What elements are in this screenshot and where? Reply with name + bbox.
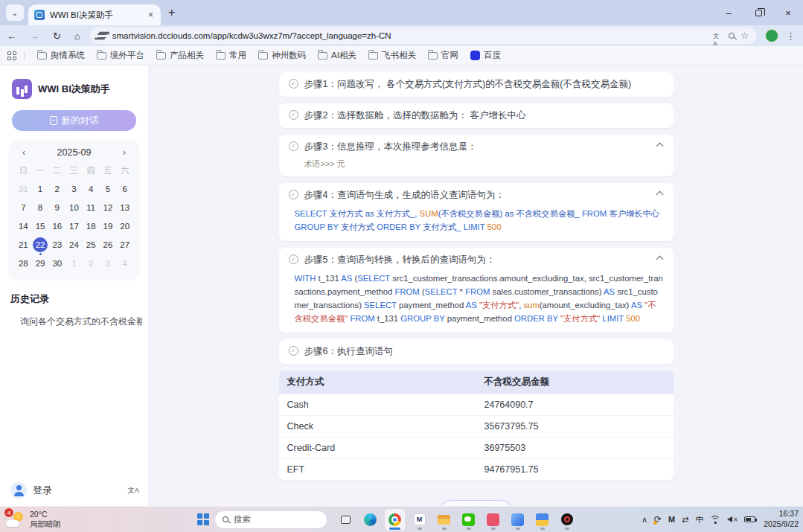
calendar-day[interactable]: 4 bbox=[83, 181, 100, 197]
calendar-day[interactable]: 19 bbox=[100, 218, 117, 234]
wifi-icon[interactable] bbox=[710, 516, 720, 524]
tray-expand-icon[interactable]: ∧ bbox=[642, 515, 647, 525]
bookmark-item[interactable]: 飞书相关 bbox=[363, 48, 421, 63]
collapse-chevron-icon[interactable] bbox=[656, 142, 663, 150]
calendar-day[interactable]: 25 bbox=[83, 237, 100, 253]
profile-avatar[interactable] bbox=[765, 29, 778, 42]
calendar-day[interactable]: 21 bbox=[15, 237, 32, 253]
bookmark-item[interactable]: 官网 bbox=[423, 48, 464, 63]
language-icon[interactable]: 文A bbox=[127, 486, 139, 496]
calendar-day[interactable]: 31 bbox=[15, 181, 32, 197]
calendar-day[interactable]: 7 bbox=[15, 199, 32, 216]
calendar-day[interactable]: 23 bbox=[48, 237, 65, 253]
calendar-day[interactable]: 4 bbox=[116, 255, 133, 272]
back-icon[interactable]: ← bbox=[0, 31, 23, 42]
browser-tab[interactable]: WWI BI决策助手 × bbox=[28, 4, 161, 25]
folder-icon bbox=[156, 52, 166, 60]
edge-taskbar-icon[interactable] bbox=[360, 509, 380, 531]
url-text[interactable]: smartvision.dcclouds.com/app/kcdw3u3wxz7… bbox=[112, 31, 707, 40]
calendar-day[interactable]: 24 bbox=[65, 237, 83, 253]
calendar-day[interactable]: 22 bbox=[32, 237, 49, 253]
red-app-taskbar-icon[interactable] bbox=[483, 509, 503, 531]
calendar-day[interactable]: 11 bbox=[83, 199, 100, 216]
arrows-tray-icon[interactable]: ⇄ bbox=[682, 515, 688, 525]
blue-app-taskbar-icon[interactable] bbox=[508, 509, 528, 531]
bookmark-item[interactable]: AI相关 bbox=[313, 48, 362, 63]
bookmark-item[interactable]: 境外平台 bbox=[92, 48, 150, 63]
new-chat-button[interactable]: 新的对话 bbox=[12, 110, 136, 131]
history-item[interactable]: 询问各个交易方式的不含税金额 bbox=[20, 315, 142, 328]
markdown-app-taskbar-icon[interactable]: M bbox=[409, 509, 429, 531]
calendar-next-icon[interactable]: › bbox=[123, 147, 126, 158]
calendar-day[interactable]: 12 bbox=[100, 199, 117, 216]
calendar-day[interactable]: 13 bbox=[116, 199, 133, 216]
folder-icon bbox=[428, 52, 438, 60]
task-view-taskbar-icon[interactable] bbox=[336, 509, 356, 531]
calendar-day[interactable]: 26 bbox=[100, 237, 117, 253]
address-bar[interactable]: smartvision.dcclouds.com/app/kcdw3u3wxz7… bbox=[90, 28, 756, 44]
tab-close-icon[interactable]: × bbox=[147, 10, 155, 20]
calendar-day[interactable]: 18 bbox=[83, 218, 100, 234]
bookmark-item[interactable]: 产品相关 bbox=[151, 48, 209, 63]
calendar-day[interactable]: 3 bbox=[65, 181, 83, 197]
calendar-day[interactable]: 15 bbox=[32, 218, 49, 234]
ime-indicator[interactable]: 中 bbox=[695, 514, 703, 525]
wechat-taskbar-icon[interactable] bbox=[458, 509, 479, 531]
edge-icon bbox=[364, 513, 377, 526]
calendar-day[interactable]: 1 bbox=[65, 255, 83, 272]
new-tab-button[interactable]: + bbox=[168, 6, 175, 19]
taskbar-clock[interactable]: 16:37 2025/9/22 bbox=[764, 509, 799, 529]
calendar-day[interactable]: 2 bbox=[48, 181, 65, 197]
reload-icon[interactable]: ↻ bbox=[46, 31, 68, 42]
calendar-day[interactable]: 20 bbox=[116, 218, 133, 234]
tab-search-button[interactable]: ⌄ bbox=[6, 4, 24, 21]
calendar-day[interactable]: 14 bbox=[15, 218, 32, 234]
bookmark-item[interactable]: 常用 bbox=[211, 48, 252, 63]
start-button[interactable] bbox=[197, 513, 209, 525]
calendar-weekday: 四 bbox=[83, 165, 100, 176]
calendar-day[interactable]: 8 bbox=[32, 199, 49, 216]
recorder-app-taskbar-icon[interactable] bbox=[557, 509, 577, 531]
battery-icon[interactable] bbox=[744, 516, 755, 522]
zoom-search-icon[interactable] bbox=[729, 33, 735, 39]
calendar-day[interactable]: 5 bbox=[100, 181, 117, 197]
bookmark-item[interactable]: 百度 bbox=[465, 48, 506, 63]
colorful-app-taskbar-icon[interactable] bbox=[532, 509, 552, 531]
taskbar-search[interactable]: 搜索 bbox=[214, 510, 327, 529]
calendar-day[interactable]: 29 bbox=[32, 255, 49, 272]
bookmark-item[interactable]: 舆情系统 bbox=[32, 48, 90, 63]
site-info-icon[interactable] bbox=[97, 32, 106, 39]
calendar-prev-icon[interactable]: ‹ bbox=[22, 147, 25, 158]
stop-generation-button[interactable]: 停止生成 bbox=[440, 500, 513, 506]
m-tray-icon[interactable]: M bbox=[668, 515, 675, 524]
forward-icon[interactable]: → bbox=[23, 31, 46, 42]
apps-grid-icon[interactable] bbox=[7, 51, 16, 60]
calendar-day[interactable]: 10 bbox=[65, 199, 83, 216]
collapse-chevron-icon[interactable] bbox=[656, 255, 663, 263]
window-close-button[interactable]: × bbox=[773, 0, 803, 25]
calendar-day[interactable]: 9 bbox=[48, 199, 65, 216]
chrome-taskbar-icon[interactable] bbox=[385, 509, 405, 531]
home-icon[interactable]: ⌂ bbox=[68, 31, 87, 42]
translate-icon[interactable]: 文A bbox=[713, 32, 723, 40]
calendar-day[interactable]: 1 bbox=[32, 181, 49, 197]
calendar-day[interactable]: 28 bbox=[15, 255, 32, 272]
file-explorer-taskbar-icon[interactable] bbox=[434, 509, 454, 531]
login-button[interactable]: 登录 bbox=[33, 484, 121, 497]
taskbar-weather[interactable]: 4 20°C 局部晴朗 bbox=[6, 510, 61, 529]
bookmark-star-icon[interactable]: ☆ bbox=[740, 31, 749, 41]
calendar-day[interactable]: 6 bbox=[116, 181, 133, 197]
calendar-day[interactable]: 2 bbox=[83, 255, 100, 272]
browser-menu-icon[interactable]: ⋮ bbox=[781, 31, 803, 42]
sync-tray-icon[interactable]: ⟳ bbox=[654, 514, 662, 525]
calendar-day[interactable]: 3 bbox=[100, 255, 117, 272]
calendar-day[interactable]: 16 bbox=[48, 218, 65, 234]
volume-muted-icon[interactable]: × bbox=[727, 516, 738, 524]
bookmark-item[interactable]: 神州数码 bbox=[253, 48, 311, 63]
calendar-day[interactable]: 30 bbox=[48, 255, 65, 272]
calendar-day[interactable]: 27 bbox=[116, 237, 133, 253]
calendar-day[interactable]: 17 bbox=[65, 218, 83, 234]
window-minimize-button[interactable]: – bbox=[714, 0, 743, 25]
window-restore-button[interactable] bbox=[743, 0, 773, 25]
collapse-chevron-icon[interactable] bbox=[656, 190, 663, 198]
